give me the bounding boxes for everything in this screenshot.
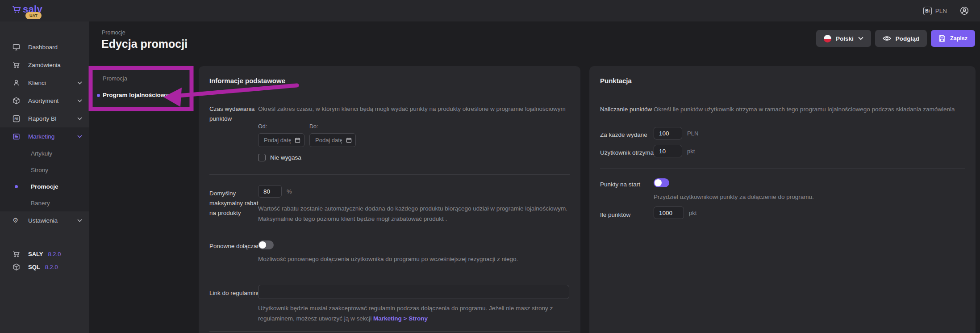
preview-button-label: Podgląd bbox=[896, 35, 919, 42]
sidebar-item-clients[interactable]: Klienci bbox=[0, 74, 89, 92]
chevron-down-icon bbox=[77, 219, 82, 222]
topbar: saly UAT Bi PLN bbox=[0, 0, 980, 21]
sidebar-subitem-label: Banery bbox=[31, 200, 50, 207]
breadcrumb[interactable]: Promocje bbox=[102, 30, 125, 36]
language-button[interactable]: Polski bbox=[816, 30, 871, 47]
sidebar-subitem-articles[interactable]: Artykuły bbox=[0, 145, 89, 162]
monitor-icon bbox=[13, 43, 21, 51]
sidebar-item-label: Dashboard bbox=[28, 44, 58, 51]
sidebar-item-dashboard[interactable]: Dashboard bbox=[0, 38, 89, 56]
version-number: 8.2.0 bbox=[48, 251, 61, 257]
no-expiry-checkbox[interactable] bbox=[258, 154, 266, 161]
sidebar-item-orders[interactable]: Zamówienia bbox=[0, 56, 89, 74]
toggle-knob bbox=[259, 241, 266, 249]
cart-icon bbox=[13, 61, 21, 69]
divider bbox=[209, 174, 570, 175]
per-spent-unit: PLN bbox=[687, 130, 698, 137]
field-desc-start-points: Przydziel użytkownikowi punkty za dołącz… bbox=[654, 192, 966, 202]
basic-info-panel: Informacje podstawowe Czas wydawania pun… bbox=[199, 66, 580, 333]
max-discount-input[interactable] bbox=[258, 185, 282, 198]
page-title: Edycja promocji bbox=[101, 38, 188, 51]
field-label-user-receives: Użytkownik otrzyma bbox=[600, 148, 654, 158]
how-many-input[interactable] bbox=[654, 207, 684, 219]
sidebar-item-label: Raporty BI bbox=[28, 115, 57, 122]
date-to-label: Do: bbox=[309, 123, 318, 130]
field-desc-terms-link: Użytkownik będzie musiał zaakceptować re… bbox=[258, 303, 556, 324]
how-many-unit: pkt bbox=[689, 210, 696, 216]
user-receives-unit: pkt bbox=[687, 148, 695, 155]
save-icon bbox=[938, 35, 946, 42]
per-spent-input[interactable] bbox=[654, 127, 682, 139]
max-discount-unit: % bbox=[287, 188, 292, 195]
save-button[interactable]: Zapisz bbox=[931, 30, 975, 47]
save-button-label: Zapisz bbox=[950, 35, 967, 42]
sidebar-item-reports-bi[interactable]: Bi Raporty BI bbox=[0, 110, 89, 127]
logo-cart-icon bbox=[12, 5, 21, 14]
rejoin-toggle[interactable] bbox=[258, 240, 274, 249]
start-points-toggle[interactable] bbox=[654, 178, 669, 187]
field-label-start-points: Punkty na start bbox=[600, 180, 640, 190]
field-desc-max-discount: Wartość rabatu zostanie automatycznie do… bbox=[258, 204, 573, 224]
chevron-down-icon bbox=[77, 99, 82, 102]
sidebar-subitem-promotions[interactable]: Promocje bbox=[0, 178, 89, 195]
currency-code: PLN bbox=[935, 8, 947, 14]
sidebar-item-label: Marketing bbox=[28, 133, 54, 140]
user-receives-input[interactable] bbox=[654, 145, 682, 157]
poland-flag-icon bbox=[824, 35, 831, 42]
chevron-down-icon bbox=[77, 117, 82, 120]
version-row-saly[interactable]: SALY 8.2.0 bbox=[0, 248, 89, 261]
account-icon[interactable] bbox=[959, 6, 969, 16]
svg-text:Bi: Bi bbox=[14, 116, 18, 121]
calendar-icon bbox=[346, 137, 352, 143]
sidebar-subitem-label: Promocje bbox=[31, 183, 58, 190]
sidebar-item-assortment[interactable]: Asortyment bbox=[0, 92, 89, 110]
sidebar-item-marketing[interactable]: Marketing bbox=[0, 127, 89, 145]
terms-link-input[interactable] bbox=[258, 285, 569, 299]
sidebar-subitem-banners[interactable]: Banery bbox=[0, 195, 89, 211]
language-button-label: Polski bbox=[836, 35, 854, 42]
date-to-field[interactable] bbox=[309, 133, 356, 147]
field-label-issuing-time: Czas wydawania punktów bbox=[209, 104, 259, 124]
subnav-group-label: Promocja bbox=[103, 75, 127, 82]
sidebar-subitem-label: Artykuły bbox=[31, 150, 52, 157]
bi-icon: Bi bbox=[13, 115, 21, 122]
date-from-field[interactable] bbox=[258, 133, 304, 147]
cube-icon bbox=[13, 97, 21, 105]
active-dot bbox=[97, 94, 100, 97]
field-label-how-many: Ile punktów bbox=[600, 210, 630, 220]
field-label-per-spent: Za każde wydane bbox=[600, 130, 647, 140]
marketing-pages-link[interactable]: Marketing > Strony bbox=[373, 315, 428, 322]
subnav-item-loyalty-program[interactable]: Program lojalnościowy bbox=[103, 92, 169, 98]
sidebar-subitem-pages[interactable]: Strony bbox=[0, 162, 89, 178]
person-icon bbox=[13, 79, 21, 87]
field-desc-accrual: Określ ile punktów użytkownik otrzyma w … bbox=[654, 105, 971, 115]
promotion-subnav: Promocja Program lojalnościowy bbox=[92, 69, 191, 110]
gear-icon: ⚙ bbox=[13, 216, 21, 224]
divider bbox=[209, 331, 570, 332]
currency-selector[interactable]: Bi PLN bbox=[923, 7, 947, 15]
no-expiry-label: Nie wygasa bbox=[270, 154, 301, 161]
date-to-input[interactable] bbox=[314, 136, 343, 144]
field-label-rejoin: Ponowne dołączanie bbox=[209, 241, 265, 251]
news-icon bbox=[13, 133, 21, 140]
version-number: 8.2.0 bbox=[45, 264, 58, 270]
divider bbox=[600, 169, 965, 169]
field-desc-issuing-time: Określ zakres czasu, w którym klienci bę… bbox=[258, 104, 580, 114]
sidebar-item-label: Klienci bbox=[28, 80, 46, 86]
sidebar: Dashboard Zamówienia Klienci bbox=[0, 21, 89, 333]
version-name: SQL bbox=[28, 264, 40, 270]
preview-button[interactable]: Podgląd bbox=[875, 30, 927, 47]
field-desc-rejoin: Możliwość ponownego dołączenia użytkowni… bbox=[258, 254, 580, 265]
environment-badge: UAT bbox=[25, 12, 42, 19]
sidebar-subitem-label: Strony bbox=[31, 167, 48, 173]
sidebar-item-label: Asortyment bbox=[28, 97, 58, 104]
field-label-max-discount: Domyślny maksymalny rabat na produkty bbox=[209, 189, 259, 218]
sidebar-item-settings[interactable]: ⚙ Ustawienia bbox=[0, 211, 89, 229]
date-from-input[interactable] bbox=[263, 136, 292, 144]
active-dot bbox=[15, 185, 18, 188]
chevron-down-icon bbox=[77, 135, 82, 138]
version-row-sql[interactable]: SQL 8.2.0 bbox=[0, 261, 89, 274]
chevron-down-icon bbox=[77, 81, 82, 84]
version-name: SALY bbox=[28, 251, 43, 257]
eye-icon bbox=[883, 35, 891, 42]
